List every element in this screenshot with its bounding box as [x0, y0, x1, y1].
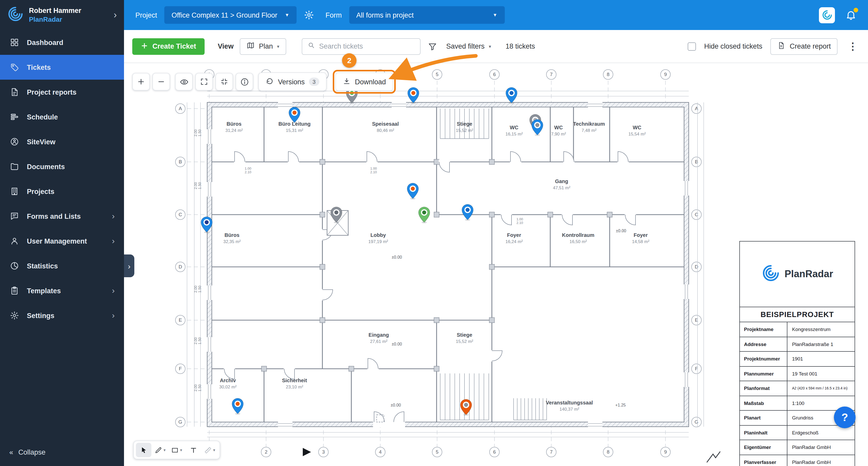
plan-app-icon[interactable] [819, 7, 835, 23]
grid-bubble: C [176, 210, 185, 220]
project-reports-icon [9, 87, 20, 97]
svg-text:31,24 m²: 31,24 m² [225, 128, 243, 133]
sidebar-item-schedule[interactable]: Schedule [0, 105, 124, 129]
chevron-down-icon: ▾ [213, 448, 215, 452]
form-selector[interactable]: All forms in project ▼ [349, 6, 504, 24]
svg-text:4: 4 [379, 449, 382, 455]
dimension-label: 2.10 [517, 221, 523, 225]
forms-and-lists-icon [9, 211, 20, 221]
dimension-label: 2.00 [193, 286, 197, 292]
fullscreen-button[interactable] [195, 73, 213, 90]
grid-bubble: 3 [318, 447, 328, 457]
svg-text:80,46 m²: 80,46 m² [377, 128, 394, 133]
title-block-row-label: Maßstab [740, 396, 787, 410]
svg-text:B: B [179, 159, 182, 165]
sidebar-item-label: Documents [27, 163, 115, 170]
dimension-label: 1.00 [245, 167, 251, 170]
hide-closed-checkbox[interactable] [688, 42, 696, 51]
visibility-eye-button[interactable] [175, 73, 193, 90]
grid-bubble: G [691, 417, 702, 427]
svg-text:15,54 m²: 15,54 m² [628, 132, 646, 137]
more-options-kebab-icon[interactable]: ⋮ [846, 40, 860, 52]
svg-text:Büros: Büros [226, 121, 242, 127]
sidebar-item-label: Dashboard [27, 38, 115, 46]
svg-text:3: 3 [322, 449, 325, 455]
notifications-bell-icon[interactable] [845, 9, 857, 21]
versions-button[interactable]: Versions 3 [258, 72, 327, 91]
zoom-out-button[interactable] [152, 73, 170, 90]
download-highlight: Download [333, 70, 396, 94]
ticket-pin[interactable] [408, 87, 419, 104]
history-icon [266, 77, 274, 87]
project-settings-gear-icon[interactable] [304, 10, 314, 20]
svg-text:6: 6 [493, 449, 496, 455]
expand-panel-handle[interactable]: › [124, 255, 134, 277]
sidebar-item-projects[interactable]: Projects [0, 179, 124, 204]
create-ticket-button[interactable]: Create Ticket [132, 38, 204, 55]
title-block-row: Projektnummer1901 [740, 352, 855, 367]
saved-filters-button[interactable]: Saved filters ▾ [440, 38, 497, 55]
sidebar-item-forms-and-lists[interactable]: Forms and Lists› [0, 204, 124, 229]
versions-label: Versions [278, 78, 305, 86]
select-tool-button[interactable] [136, 443, 151, 457]
sidebar-item-statistics[interactable]: Statistics [0, 254, 124, 278]
title-block-row-value: PlanRadar GmbH [787, 440, 855, 454]
plan-viewer: 112233445566778899AABBCCDDEEFFGG [124, 63, 868, 466]
shape-tool-button[interactable]: ▾ [169, 443, 184, 457]
level-mark: ±0.00 [616, 229, 626, 233]
title-block-row: EigentümerPlanRadar GmbH [740, 440, 855, 455]
sidebar-item-siteview[interactable]: SiteView [0, 129, 124, 154]
plus-icon [141, 41, 148, 51]
create-report-button[interactable]: Create report [771, 38, 838, 55]
draw-tool-button[interactable]: ▾ [152, 443, 168, 457]
sidebar-item-project-reports[interactable]: Project reports [0, 80, 124, 105]
sidebar-item-user-management[interactable]: User Management› [0, 229, 124, 254]
title-block-row-label: Eigentümer [740, 440, 787, 454]
grid-bubble: 9 [660, 447, 671, 457]
collapse-icon: « [9, 448, 13, 456]
dimension-label: 2.10 [370, 170, 377, 174]
project-selector-value: Office Complex 11 > Ground Floor [172, 11, 277, 19]
sidebar-item-documents[interactable]: Documents [0, 154, 124, 179]
grid-bubble: 8 [603, 447, 613, 457]
svg-text:Stiege: Stiege [457, 121, 472, 127]
svg-text:27,61 m²: 27,61 m² [370, 339, 387, 344]
sidebar-item-settings[interactable]: Settings› [0, 303, 124, 328]
text-tool-button[interactable] [185, 443, 201, 457]
dimension-label: 2.00 [193, 182, 197, 189]
hide-closed-label: Hide closed tickets [704, 42, 762, 50]
sidebar-item-tickets[interactable]: Tickets [0, 55, 124, 80]
svg-text:WC: WC [633, 125, 641, 130]
fit-to-screen-button[interactable] [215, 73, 233, 90]
ticket-pin[interactable] [506, 87, 517, 104]
zoom-in-button[interactable] [132, 73, 150, 90]
svg-text:C: C [179, 212, 182, 217]
title-block-project-title: BEISPIELPROJEKT [740, 307, 855, 322]
grid-bubble: 4 [375, 447, 385, 457]
svg-text:G: G [179, 419, 182, 425]
grid-bubble: E [691, 315, 702, 325]
help-button[interactable]: ? [834, 407, 856, 428]
sidebar-item-dashboard[interactable]: Dashboard [0, 30, 124, 55]
planradar-logo-icon [761, 264, 780, 285]
grid-bubble: F [176, 364, 185, 374]
info-button[interactable] [236, 73, 253, 90]
title-block-row: AddressePlanRadarstraße 1 [740, 337, 855, 352]
sidebar: Robert Hammer PlanRadar › DashboardTicke… [0, 0, 124, 466]
measure-tool-button[interactable]: ▾ [202, 443, 218, 457]
svg-text:Gang: Gang [555, 178, 568, 184]
level-mark: ±0.00 [391, 403, 401, 407]
grid-bubble: E [176, 315, 185, 325]
filter-icon[interactable] [428, 41, 437, 51]
view-mode-plan-button[interactable]: Plan ▾ [240, 38, 286, 55]
dimension-label: 1.00 [517, 217, 523, 221]
project-selector[interactable]: Office Complex 11 > Ground Floor ▼ [164, 6, 297, 24]
planradar-app: 2 Robert Hammer PlanRadar › DashboardTic… [0, 0, 868, 466]
download-button[interactable]: Download [335, 72, 393, 91]
dimension-label: 2.00 [193, 337, 197, 344]
svg-text:Speisesaal: Speisesaal [372, 121, 399, 127]
sidebar-expand-icon[interactable]: › [114, 9, 117, 21]
sidebar-item-templates[interactable]: Templates› [0, 278, 124, 303]
search-input[interactable] [319, 42, 414, 50]
collapse-button[interactable]: « Collapse [0, 438, 124, 466]
